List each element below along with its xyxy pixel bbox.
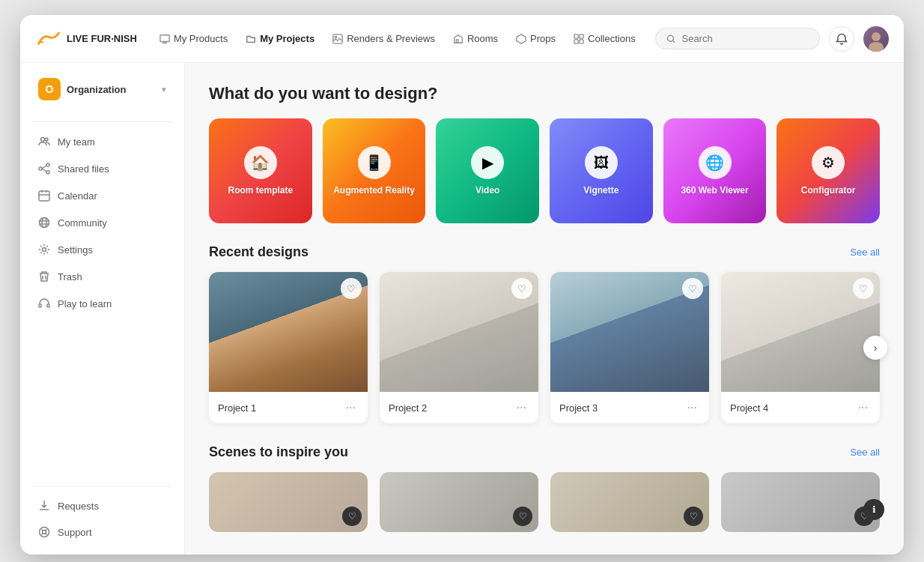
scene-card-scene2: ♡: [380, 472, 538, 532]
user-avatar[interactable]: [863, 26, 889, 52]
svg-point-18: [42, 218, 46, 228]
design-card-icon-video: ▶: [471, 146, 504, 179]
sidebar-item-shared-files[interactable]: Shared files: [26, 156, 178, 181]
design-card-360-web-viewer[interactable]: 🌐 360 Web Viewer: [663, 118, 767, 223]
svg-point-15: [39, 167, 42, 170]
sidebar-shared-files-label: Shared files: [58, 163, 109, 175]
design-card-vignette[interactable]: 🖼 Vignette: [550, 118, 653, 223]
nav-props-label: Props: [530, 33, 556, 44]
project-menu-proj4[interactable]: ···: [855, 399, 871, 416]
next-button[interactable]: ›: [863, 336, 887, 360]
search-bar[interactable]: [655, 28, 820, 49]
search-input[interactable]: [681, 33, 809, 44]
svg-point-2: [335, 36, 337, 38]
svg-rect-5: [580, 34, 583, 37]
design-card-label-augmented-reality: Augmented Reality: [333, 185, 415, 196]
design-card-video[interactable]: ▶ Video: [436, 118, 539, 223]
nav-my-products[interactable]: My Products: [152, 28, 235, 49]
main-content: What do you want to design? 🏠 Room templ…: [185, 63, 904, 555]
project-card-proj2: ♡ Project 2 ···: [380, 272, 538, 423]
settings-icon: [38, 244, 50, 256]
nav-my-projects-label: My Projects: [260, 33, 314, 44]
project-image-proj3: ♡: [550, 272, 709, 392]
design-card-label-360-web-viewer: 360 Web Viewer: [681, 185, 748, 196]
design-card-icon-vignette: 🖼: [585, 146, 618, 179]
project-footer-proj4: Project 4 ···: [721, 392, 880, 423]
svg-rect-16: [39, 191, 49, 201]
share-icon: [38, 163, 50, 175]
org-icon: O: [38, 78, 61, 100]
project-heart-proj2[interactable]: ♡: [511, 278, 532, 299]
design-card-room-template[interactable]: 🏠 Room template: [209, 118, 312, 223]
project-footer-proj2: Project 2 ···: [380, 392, 538, 423]
sidebar-item-trash[interactable]: Trash: [26, 264, 178, 289]
design-card-label-configurator: Configurator: [801, 185, 856, 196]
org-selector[interactable]: O Organization ▾: [26, 72, 178, 106]
nav-renders[interactable]: Renders & Previews: [325, 28, 443, 49]
sidebar-item-settings[interactable]: Settings: [26, 237, 178, 262]
project-heart-proj1[interactable]: ♡: [341, 278, 362, 299]
nav-rooms[interactable]: Rooms: [446, 28, 505, 49]
nav-my-products-label: My Products: [174, 33, 228, 44]
project-name-proj1: Project 1: [218, 402, 256, 414]
support-icon: [38, 526, 50, 538]
headset-icon: [38, 297, 50, 309]
nav-collections-label: Collections: [588, 33, 636, 44]
svg-point-11: [41, 138, 45, 142]
project-footer-proj1: Project 1 ···: [209, 392, 368, 423]
sidebar-support-label: Support: [58, 527, 92, 538]
calendar-icon: [38, 190, 50, 202]
project-card-proj1: ♡ Project 1 ···: [209, 272, 368, 423]
recent-see-all[interactable]: See all: [850, 247, 880, 258]
scene-card-scene3: ♡: [550, 472, 709, 532]
sidebar-bottom: Requests Support: [20, 480, 184, 546]
project-image-proj4: ♡: [721, 272, 880, 392]
bell-icon: [836, 33, 848, 45]
recent-designs-title: Recent designs: [209, 244, 308, 260]
scenes-title: Scenes to inspire you: [209, 444, 348, 460]
project-footer-proj3: Project 3 ···: [550, 392, 709, 423]
svg-point-14: [46, 171, 49, 174]
sidebar-item-support[interactable]: Support: [26, 519, 178, 545]
svg-point-13: [46, 163, 49, 166]
sidebar-item-play-to-learn[interactable]: Play to learn: [26, 291, 178, 316]
scenes-see-all[interactable]: See all: [850, 447, 880, 458]
org-chevron-icon: ▾: [162, 85, 166, 94]
project-menu-proj1[interactable]: ···: [343, 399, 359, 416]
project-name-proj2: Project 2: [389, 402, 427, 414]
scene-heart-scene2[interactable]: ♡: [513, 507, 532, 526]
design-card-augmented-reality[interactable]: 📱 Augmented Reality: [323, 118, 426, 223]
project-menu-proj2[interactable]: ···: [514, 399, 529, 416]
svg-point-8: [668, 35, 674, 41]
design-card-configurator[interactable]: ⚙ Configurator: [776, 118, 880, 223]
svg-rect-4: [574, 34, 578, 37]
nav-props[interactable]: Props: [508, 28, 563, 49]
scene-heart-scene1[interactable]: ♡: [342, 507, 362, 526]
nav-rooms-label: Rooms: [467, 33, 498, 44]
sidebar-item-calendar[interactable]: Calendar: [26, 183, 178, 208]
sidebar-my-team-label: My team: [58, 136, 95, 148]
sidebar-item-community[interactable]: Community: [26, 210, 178, 235]
sidebar-item-my-team[interactable]: My team: [26, 129, 178, 154]
top-nav: LIVE FUR·NISH My Products My Projects Re…: [20, 15, 904, 63]
project-heart-proj4[interactable]: ♡: [853, 278, 874, 299]
info-button[interactable]: ℹ: [863, 499, 884, 520]
logo-text: LIVE FUR·NISH: [67, 33, 137, 44]
logo[interactable]: LIVE FUR·NISH: [35, 28, 137, 49]
project-name-proj4: Project 4: [730, 402, 768, 414]
sidebar-requests-label: Requests: [58, 501, 99, 512]
nav-collections[interactable]: Collections: [566, 28, 643, 49]
nav-right: [829, 26, 889, 52]
project-menu-proj3[interactable]: ···: [684, 399, 700, 416]
nav-my-projects[interactable]: My Projects: [238, 28, 322, 49]
svg-point-12: [45, 138, 48, 141]
scene-heart-scene3[interactable]: ♡: [684, 507, 703, 526]
svg-point-9: [872, 32, 881, 41]
scene-card-scene4: ♡: [721, 472, 880, 532]
project-image-proj2: ♡: [380, 272, 538, 392]
sidebar-settings-label: Settings: [58, 244, 93, 256]
notifications-button[interactable]: [829, 26, 854, 52]
app-window: LIVE FUR·NISH My Products My Projects Re…: [20, 15, 904, 555]
project-heart-proj3[interactable]: ♡: [682, 278, 703, 299]
sidebar-item-requests[interactable]: Requests: [26, 493, 178, 519]
